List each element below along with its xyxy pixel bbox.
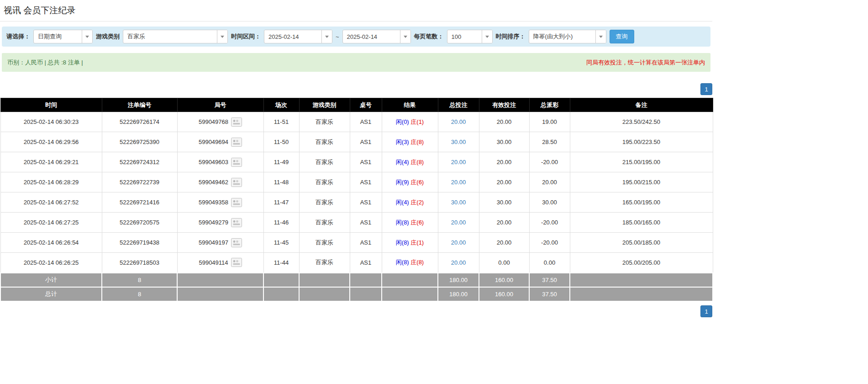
table-body: 2025-02-14 06:30:23522269726174599049768… [0,112,713,273]
per-page-select[interactable]: 100 [447,30,493,43]
total-bet-link[interactable]: 30.00 [451,139,466,145]
total-bet-link[interactable]: 30.00 [451,199,466,206]
result-player: 闲(8) [396,239,409,246]
sort-label: 时间排序： [496,32,526,41]
roadmap-icon[interactable] [231,117,242,127]
remark-cell: 215.00/195.00 [570,152,713,172]
page-button-1[interactable]: 1 [700,305,712,317]
summary-cell: 160.00 [479,273,529,287]
result-cell: 闲(4) 庄(2) [382,192,438,213]
time-cell: 2025-02-14 06:27:25 [0,213,102,233]
bet-id-cell: 522269722739 [102,172,177,192]
total-bet-link[interactable]: 20.00 [451,159,466,165]
result-banker: 庄(8) [410,139,424,145]
valid-bet-cell: 30.00 [479,192,529,213]
table-no-cell: AS1 [350,233,382,253]
page-title: 视讯 会员下注纪录 [0,0,712,21]
total-bet-cell: 20.00 [438,172,479,192]
summary-cell: 8 [102,287,177,301]
result-cell: 闲(8) 庄(8) [382,253,438,273]
summary-cell: 37.50 [529,287,570,301]
summary-cell: 总计 [0,287,102,301]
roadmap-icon[interactable] [231,178,242,187]
column-header: 场次 [263,98,299,112]
round-id: 599049694 [199,139,228,145]
column-header: 时间 [0,98,102,112]
page-button-1[interactable]: 1 [700,83,712,95]
session-cell: 11-50 [263,132,299,152]
time-cell: 2025-02-14 06:30:23 [0,112,102,132]
session-cell: 11-47 [263,192,299,213]
roadmap-icon[interactable] [231,238,242,247]
per-page-label: 每页笔数： [414,32,444,41]
column-header: 有效投注 [479,98,529,112]
session-cell: 11-51 [263,112,299,132]
total-bet-cell: 20.00 [438,112,479,132]
payout-cell: 28.50 [529,132,570,152]
summary-cell [350,273,382,287]
time-cell: 2025-02-14 06:27:52 [0,192,102,213]
chevron-down-icon [321,30,332,43]
bet-id-cell: 522269721416 [102,192,177,213]
total-bet-link[interactable]: 20.00 [451,179,466,186]
round-id: 599049603 [199,159,228,165]
summary-cell: 180.00 [438,287,479,301]
roadmap-icon[interactable] [231,258,242,267]
total-bet-link[interactable]: 20.00 [451,118,466,125]
result-player: 闲(4) [396,199,409,206]
round-cell: 599049768 [177,112,263,132]
summary-cell [177,287,263,301]
result-player: 闲(9) [396,179,409,186]
game-type-select[interactable]: 百家乐 [123,30,228,43]
total-bet-link[interactable]: 20.00 [451,259,466,266]
valid-bet-cell: 20.00 [479,152,529,172]
roadmap-icon[interactable] [231,198,242,207]
chevron-down-icon [595,30,606,43]
summary-cell [299,273,350,287]
game-type-cell: 百家乐 [299,112,350,132]
total-bet-cell: 30.00 [438,132,479,152]
result-player: 闲(0) [396,118,409,125]
session-cell: 11-48 [263,172,299,192]
query-type-select[interactable]: 日期查询 [33,30,93,43]
date-to-select[interactable]: 2025-02-14 [342,30,411,43]
round-id: 599049358 [199,199,228,206]
time-cell: 2025-02-14 06:26:25 [0,253,102,273]
summary-cell [570,287,713,301]
date-range-separator: ~ [336,33,339,40]
roadmap-icon[interactable] [231,138,242,147]
summary-cell: 160.00 [479,287,529,301]
total-bet-cell: 20.00 [438,152,479,172]
table-no-cell: AS1 [350,112,382,132]
time-range-label: 时间区间： [231,32,261,41]
date-from-select[interactable]: 2025-02-14 [264,30,332,43]
column-header: 备注 [570,98,713,112]
summary-cell [299,287,350,301]
total-bet-link[interactable]: 20.00 [451,239,466,246]
table-row: 2025-02-14 06:30:23522269726174599049768… [0,112,713,132]
column-header: 桌号 [350,98,382,112]
total-bet-link[interactable]: 20.00 [451,219,466,226]
table-row: 2025-02-14 06:27:25522269720575599049279… [0,213,713,233]
sort-select[interactable]: 降幂(由大到小) [529,30,606,43]
search-button[interactable]: 查询 [610,30,634,43]
table-header-row: 时间注单编号局号场次游戏类别桌号结果总投注有效投注总派彩备注 [0,98,713,112]
time-cell: 2025-02-14 06:28:29 [0,172,102,192]
session-cell: 11-44 [263,253,299,273]
bet-id-cell: 522269720575 [102,213,177,233]
table-row: 2025-02-14 06:26:25522269718503599049114… [0,253,713,273]
game-type-cell: 百家乐 [299,253,350,273]
valid-bet-cell: 20.00 [479,233,529,253]
round-cell: 599049462 [177,172,263,192]
table-row: 2025-02-14 06:27:52522269721416599049358… [0,192,713,213]
result-cell: 闲(3) 庄(8) [382,132,438,152]
roadmap-icon[interactable] [231,158,242,167]
date-to-value: 2025-02-14 [343,30,400,43]
summary-cell [263,287,299,301]
column-header: 局号 [177,98,263,112]
result-cell: 闲(9) 庄(6) [382,172,438,192]
game-type-label: 游戏类别 [96,32,120,41]
roadmap-icon[interactable] [231,218,242,227]
table-no-cell: AS1 [350,253,382,273]
round-cell: 599049603 [177,152,263,172]
